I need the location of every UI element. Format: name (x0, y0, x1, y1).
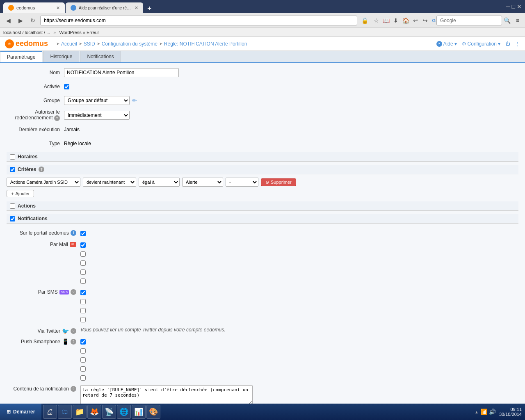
add-label: Ajouter (15, 191, 30, 196)
header-actions: ? Aide ▾ ⚙ Configuration ▾ ⏻ ⋮ (436, 41, 520, 47)
smartphone-cb-5[interactable] (80, 375, 86, 381)
twitter-help-icon[interactable]: ? (71, 328, 76, 334)
autoriser-select[interactable]: Immédiatement (64, 111, 130, 120)
logo-icon: e (5, 39, 14, 48)
criteria-extra-select[interactable]: - (226, 178, 258, 187)
criteria-device-select[interactable]: Actions Caméra Jardin SSID (7, 178, 80, 187)
breadcrumb-rule[interactable]: Règle: NOTIFICATION Alerte Portillon (164, 41, 247, 47)
content-textarea[interactable]: La règle '[RULE_NAME]' vient d'être décl… (80, 385, 253, 404)
breadcrumb-config[interactable]: Configuration du système (102, 41, 158, 47)
tab-parametrage[interactable]: Paramétrage (0, 51, 42, 62)
mail-cb-3[interactable] (80, 260, 86, 266)
bookmark-wordpress[interactable]: WordPress » Erreur (59, 30, 99, 35)
filezilla-icon: 📡 (105, 407, 114, 416)
mail-cb-1[interactable] (80, 242, 86, 248)
smartphone-help-icon[interactable]: ? (71, 339, 76, 345)
sms-cb-2[interactable] (80, 299, 86, 304)
home-icon[interactable]: 🏠 (402, 16, 410, 25)
sms-checkbox-2 (80, 297, 86, 306)
taskbar-app-printer[interactable]: 🖨 (43, 405, 57, 419)
breadcrumb-ssid[interactable]: SSID (84, 41, 95, 47)
notifications-checkbox[interactable] (10, 216, 15, 221)
mail-cb-4[interactable] (80, 269, 86, 275)
download-icon[interactable]: ⬇ (392, 16, 400, 25)
taskbar-app-firefox[interactable]: 🦊 (87, 405, 101, 419)
smartphone-cb-3[interactable] (80, 357, 86, 363)
taskbar-app-office[interactable]: 📊 (132, 405, 146, 419)
groupe-edit-icon[interactable]: ✏ (132, 97, 137, 104)
nom-input[interactable] (64, 68, 179, 77)
smartphone-cb-1[interactable] (80, 339, 86, 345)
taskbar-app-filezilla[interactable]: 📡 (102, 405, 116, 419)
config-button[interactable]: ⚙ Configuration ▾ (462, 41, 500, 47)
actions-checkbox[interactable] (10, 203, 15, 209)
mail-checkbox-4 (80, 268, 86, 276)
horaires-checkbox[interactable] (10, 154, 15, 160)
tab-close-aide[interactable]: ✕ (135, 5, 138, 11)
tab-eedomus[interactable]: eedomus ✕ (3, 2, 65, 13)
mail-cb-2[interactable] (80, 251, 86, 257)
forward-button[interactable]: ▶ (16, 16, 25, 25)
sms-help-icon[interactable]: ? (71, 289, 76, 295)
sms-cb-1[interactable] (80, 290, 86, 295)
sms-label: Par SMS SMS ? (7, 288, 80, 295)
activee-checkbox[interactable] (64, 84, 69, 89)
maximize-button[interactable]: □ (512, 3, 515, 10)
forward-nav-icon[interactable]: ↪ (421, 16, 429, 25)
breadcrumb-accueil[interactable]: Accueil (61, 41, 77, 47)
new-tab-button[interactable]: + (144, 5, 155, 13)
star-icon[interactable]: ☆ (372, 16, 380, 25)
tab-close-eedomus[interactable]: ✕ (56, 5, 60, 11)
expand-button[interactable]: ⋮ (515, 41, 520, 47)
smartphone-cb-4[interactable] (80, 366, 86, 372)
criteria-value-select[interactable]: Alerte (182, 178, 223, 187)
history-icon[interactable]: ↩ (411, 16, 420, 25)
criteria-condition-select[interactable]: devient maintenant (83, 178, 136, 187)
delete-criteria-button[interactable]: ⊖ Supprimer (261, 178, 296, 186)
refresh-button[interactable]: ↻ (28, 16, 38, 25)
taskbar-right: ▲ 📶 🔊 09:11 30/10/2014 (471, 407, 525, 417)
taskbar-clock[interactable]: 09:11 30/10/2014 (499, 407, 522, 417)
autoriser-help-icon[interactable]: ? (54, 115, 60, 121)
add-criteria-button[interactable]: + Ajouter (7, 190, 34, 197)
taskbar-app-chrome[interactable]: 🌐 (117, 405, 131, 419)
sms-cb-4[interactable] (80, 317, 86, 322)
start-button[interactable]: ⊞ Démarrer (0, 404, 41, 420)
close-button[interactable]: ✕ (517, 3, 522, 10)
tab-aide[interactable]: Aide pour réaliser d'une règle ... ✕ (66, 2, 143, 13)
criteres-checkbox[interactable] (10, 167, 15, 172)
portal-info-icon[interactable]: i (71, 230, 76, 236)
groupe-select[interactable]: Groupe par défaut (64, 96, 130, 105)
smartphone-cb-2[interactable] (80, 348, 86, 354)
taskbar-app-folder[interactable]: 📁 (73, 405, 87, 419)
search-input[interactable] (436, 16, 502, 25)
menu-icon[interactable]: ≡ (514, 16, 522, 25)
aide-dropdown-icon: ▾ (454, 41, 457, 47)
eedomus-logo[interactable]: e eedomus (5, 39, 48, 48)
content-help-icon[interactable]: ? (71, 386, 76, 392)
minimize-button[interactable]: ─ (506, 3, 510, 10)
criteria-operator-select[interactable]: égal à (139, 178, 180, 187)
portal-row: Sur le portail eedomus i (7, 229, 518, 237)
taskbar-app-paint[interactable]: 🎨 (146, 405, 160, 419)
tab-historique[interactable]: Historique (43, 51, 79, 62)
taskbar-date: 30/10/2014 (499, 412, 522, 417)
logout-button[interactable]: ⏻ (505, 41, 510, 47)
bookmark-localhost[interactable]: localhost / localhost / ... (3, 30, 50, 35)
aide-button[interactable]: ? Aide ▾ (436, 41, 457, 47)
search-icon[interactable]: 🔍 (503, 16, 511, 25)
sms-cb-3[interactable] (80, 308, 86, 313)
address-bar[interactable] (40, 16, 357, 25)
criteria-row: Actions Caméra Jardin SSID devient maint… (7, 178, 518, 187)
back-button[interactable]: ◀ (3, 16, 13, 25)
derniere-row: Dernière exécution Jamais (7, 124, 518, 135)
firefox-icon: 🦊 (90, 407, 99, 416)
mail-checkbox-2 (80, 250, 86, 258)
taskbar-app-explorer[interactable]: 🗂 (58, 405, 72, 419)
tab-notifications[interactable]: Notifications (80, 51, 121, 62)
mail-cb-5[interactable] (80, 278, 86, 284)
bookmark-icon[interactable]: 📖 (382, 16, 390, 25)
autoriser-label: Autoriser le redéclenchement ? (7, 109, 64, 121)
criteres-help-icon[interactable]: ? (39, 167, 44, 172)
portal-checkbox[interactable] (80, 231, 86, 236)
